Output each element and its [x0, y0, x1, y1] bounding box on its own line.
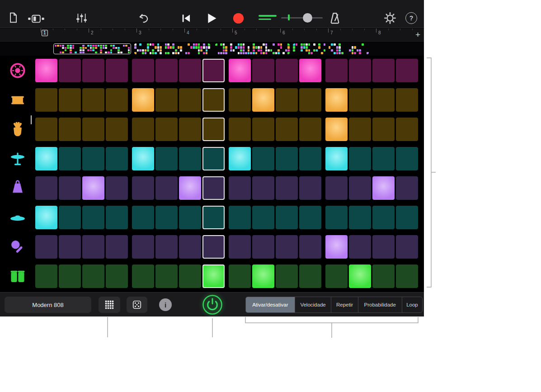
step-congas-5[interactable]	[132, 264, 154, 288]
step-hi-hat-3[interactable]	[82, 147, 104, 170]
step-congas-7[interactable]	[179, 264, 201, 288]
step-cymbal-15[interactable]	[372, 206, 395, 229]
step-cymbal-10[interactable]	[252, 206, 274, 229]
step-congas-12[interactable]	[299, 264, 321, 288]
pattern-grid-button[interactable]	[99, 297, 120, 313]
step-shaker-4[interactable]	[106, 235, 128, 259]
step-snare-4[interactable]	[106, 88, 128, 112]
step-hi-hat-1-active[interactable]	[35, 147, 57, 170]
step-clap-15[interactable]	[372, 118, 395, 141]
add-bars-button[interactable]: +	[415, 29, 420, 41]
step-hi-hat-9-active[interactable]	[229, 147, 251, 170]
step-clap-9[interactable]	[229, 118, 251, 141]
step-kick-12-active[interactable]	[299, 59, 321, 82]
step-hi-hat-4[interactable]	[106, 147, 128, 170]
step-kick-11[interactable]	[276, 59, 298, 82]
step-clap-14[interactable]	[349, 118, 371, 141]
randomize-button[interactable]	[127, 297, 147, 313]
kick-drum-icon[interactable]	[0, 62, 35, 79]
step-clap-4[interactable]	[106, 118, 128, 141]
help-button[interactable]: ?	[405, 12, 417, 24]
step-shaker-5[interactable]	[132, 235, 154, 259]
step-congas-1[interactable]	[35, 264, 57, 288]
step-cymbal-14[interactable]	[349, 206, 371, 229]
step-hi-hat-16[interactable]	[396, 147, 418, 170]
shaker-icon[interactable]	[0, 238, 35, 255]
step-kick-16[interactable]	[396, 59, 418, 82]
step-congas-8-active[interactable]	[202, 264, 225, 288]
step-cymbal-4[interactable]	[106, 206, 128, 229]
mixer-icon[interactable]	[75, 12, 87, 24]
step-cymbal-13[interactable]	[325, 206, 348, 229]
step-kick-5[interactable]	[132, 59, 154, 82]
step-hi-hat-10[interactable]	[252, 147, 274, 170]
step-kick-15[interactable]	[372, 59, 395, 82]
step-cowbell-9[interactable]	[229, 176, 251, 200]
step-snare-11[interactable]	[276, 88, 298, 112]
step-snare-10-active[interactable]	[252, 88, 274, 112]
step-cymbal-2[interactable]	[59, 206, 81, 229]
volume-slider-track[interactable]	[281, 17, 323, 19]
step-hi-hat-15[interactable]	[372, 147, 395, 170]
step-cymbal-3[interactable]	[82, 206, 104, 229]
step-shaker-14[interactable]	[349, 235, 371, 259]
step-cowbell-1[interactable]	[35, 176, 57, 200]
step-cymbal-11[interactable]	[276, 206, 298, 229]
step-shaker-9[interactable]	[229, 235, 251, 259]
step-clap-8[interactable]	[202, 118, 225, 141]
volume-slider-knob[interactable]	[303, 13, 312, 23]
step-cowbell-8[interactable]	[202, 176, 225, 200]
step-shaker-1[interactable]	[35, 235, 57, 259]
segment-velocidade[interactable]: Velocidade	[295, 297, 331, 312]
congas-icon[interactable]	[0, 268, 35, 285]
step-snare-5-active[interactable]	[132, 88, 154, 112]
segment-ativar-desativar[interactable]: Ativar/desativar	[246, 297, 295, 312]
step-clap-3[interactable]	[82, 118, 104, 141]
kit-selector-button[interactable]: Modern 808	[5, 297, 91, 313]
undo-icon[interactable]	[137, 12, 150, 24]
step-clap-13-active[interactable]	[325, 118, 348, 141]
step-snare-13-active[interactable]	[325, 88, 348, 112]
step-cymbal-5[interactable]	[132, 206, 154, 229]
step-shaker-10[interactable]	[252, 235, 274, 259]
step-clap-16[interactable]	[396, 118, 418, 141]
segment-repetir[interactable]: Repetir	[331, 297, 358, 312]
step-cowbell-14[interactable]	[349, 176, 371, 200]
step-cymbal-12[interactable]	[299, 206, 321, 229]
step-hi-hat-5-active[interactable]	[132, 147, 154, 170]
play-icon[interactable]	[204, 11, 218, 25]
step-cymbal-6[interactable]	[155, 206, 178, 229]
step-hi-hat-14[interactable]	[349, 147, 371, 170]
step-shaker-2[interactable]	[59, 235, 81, 259]
step-hi-hat-13-active[interactable]	[325, 147, 348, 170]
ruler-bar-6[interactable]: 6	[280, 28, 328, 41]
step-congas-14-active[interactable]	[349, 264, 371, 288]
step-shaker-16[interactable]	[396, 235, 418, 259]
step-shaker-13-active[interactable]	[325, 235, 348, 259]
step-cymbal-7[interactable]	[179, 206, 201, 229]
step-cowbell-6[interactable]	[155, 176, 178, 200]
step-congas-16[interactable]	[396, 264, 418, 288]
segment-probabilidade[interactable]: Probabilidade	[358, 297, 402, 312]
step-snare-14[interactable]	[349, 88, 371, 112]
skip-to-start-icon[interactable]	[180, 12, 192, 24]
step-kick-3[interactable]	[82, 59, 104, 82]
step-clap-10[interactable]	[252, 118, 274, 141]
cymbal-icon[interactable]	[0, 209, 35, 226]
step-kick-2[interactable]	[59, 59, 81, 82]
step-hi-hat-7[interactable]	[179, 147, 201, 170]
step-snare-12[interactable]	[299, 88, 321, 112]
timeline-ruler[interactable]: 12345678 +	[0, 28, 424, 42]
step-clap-5[interactable]	[132, 118, 154, 141]
step-cymbal-1-active[interactable]	[35, 206, 57, 229]
step-clap-6[interactable]	[155, 118, 178, 141]
track-section-4[interactable]	[293, 43, 369, 54]
step-snare-1[interactable]	[35, 88, 57, 112]
step-cymbal-8[interactable]	[202, 206, 225, 229]
step-clap-1[interactable]	[35, 118, 57, 141]
step-cowbell-12[interactable]	[299, 176, 321, 200]
step-congas-4[interactable]	[106, 264, 128, 288]
step-kick-14[interactable]	[349, 59, 371, 82]
step-congas-6[interactable]	[155, 264, 178, 288]
ruler-bar-5[interactable]: 5	[232, 28, 280, 41]
